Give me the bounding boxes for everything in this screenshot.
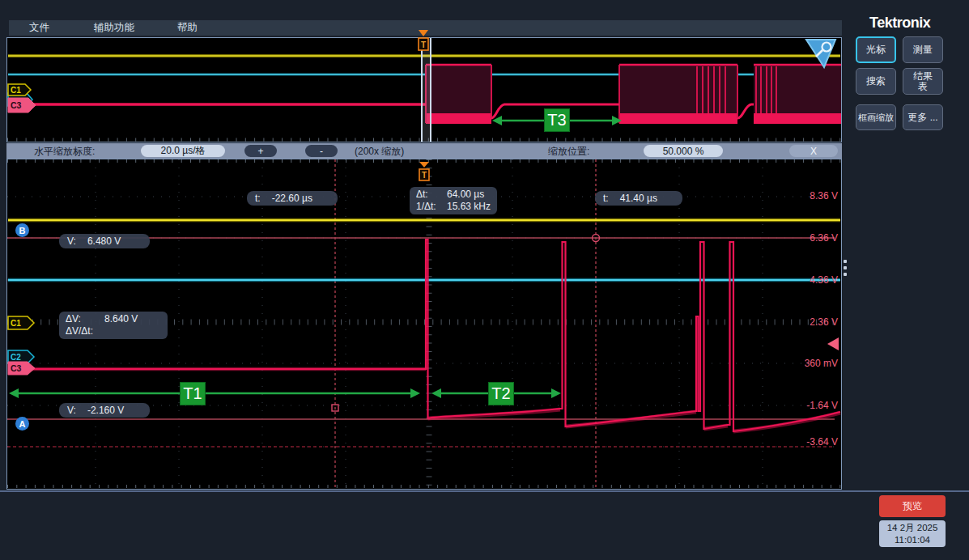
datetime-badge: 14 2月 2025 11:01:04 [879,520,946,547]
cursor-a-time-value: -22.60 µs [272,193,312,204]
zoom-close-button[interactable]: X [789,145,838,157]
dt-label: Δt: [416,189,447,201]
overview-ch1-marker[interactable]: C1 [8,84,31,95]
preview-button[interactable]: 预览 [879,495,946,517]
axis-label-3: 2.36 V [791,316,838,328]
cursor-button[interactable]: 光标 [856,36,896,63]
dt-value: 64.00 µs [447,189,484,200]
cursor-b-time-readout[interactable]: t: 41.40 µs [595,191,682,206]
axis-label-6: -3.64 V [791,436,838,448]
menu-utility[interactable]: 辅助功能 [94,21,134,35]
delta-time-readout: Δt:64.00 µs 1/Δt:15.63 kHz [410,187,497,214]
results-table-button[interactable]: 结果表 [903,68,943,95]
t1-arrow [9,388,420,398]
cursor-b-time-label: t: [603,193,609,204]
trigger-level-arrow[interactable] [827,337,839,350]
cursor-a-time-readout[interactable]: t: -22.60 µs [247,191,338,206]
overview-trigger-marker[interactable]: T [417,29,430,53]
panel-drag-handle[interactable] [844,260,847,276]
more-button[interactable]: 更多 ... [903,104,943,130]
cursor-a-volt-label: V: [67,405,76,416]
cursor-b-volt-readout[interactable]: V: 6.480 V [59,234,150,248]
cursor-a-volt-readout[interactable]: V: -2.160 V [59,403,150,418]
axis-label-4: 360 mV [791,358,838,369]
axis-label-1: 6.36 V [791,232,838,244]
svg-text:C2: C2 [11,353,21,362]
main-trigger-label: T [422,171,427,180]
axis-label-5: -1.64 V [791,400,838,411]
bottom-bar: Ch 1 5.00 V/格 1 MΩ 20 MHz Bw Ch 2 5.00 V… [0,492,969,560]
tektronix-logo: Tektronix [869,15,930,32]
t3-annotation-label: T3 [544,108,570,132]
zoom-in-button[interactable]: + [244,145,277,157]
zoom-scale-label: 水平缩放标度: [34,145,95,159]
measure-button[interactable]: 测量 [903,36,943,63]
date-value: 14 2月 2025 [879,522,946,534]
zoom-scale-value[interactable]: 20.0 µs/格 [141,145,225,157]
zoom-out-button[interactable]: - [305,145,338,157]
dv-value: 8.640 V [104,313,138,325]
invdt-label: 1/Δt: [416,201,447,213]
main-ch1-marker[interactable]: C1 [8,316,34,329]
main-trigger-marker[interactable]: T [419,162,429,180]
main-ch3-marker[interactable]: C3 [8,362,35,375]
axis-label-2: 4.36 V [791,274,838,286]
cursor-b-volt-label: V: [67,235,76,247]
zoom-factor-label: (200x 缩放) [355,145,404,159]
zoom-magnifier-icon[interactable] [803,36,839,70]
zoom-position-label: 缩放位置: [548,145,589,159]
svg-text:C1: C1 [11,319,21,328]
axis-label-0: 8.36 V [791,190,838,202]
dv-label: ΔV: [66,313,104,325]
menu-help[interactable]: 帮助 [177,21,198,35]
right-panel: Tektronix 光标 测量 搜索 结果表 框画缩放 更多 ... 测量 1 … [844,0,969,490]
zoom-toolbar: 水平缩放标度: 20.0 µs/格 + - (200x 缩放) 缩放位置: 50… [6,143,842,159]
cursor-b-volt-value: 6.480 V [87,235,121,247]
main-waveform-panel: T C1 C2 C3 t: -22.60 µs Δt:64.00 µs 1/Δt… [6,159,842,490]
cursor-a-time-label: t: [255,193,261,204]
search-button[interactable]: 搜索 [856,68,896,95]
t2-annotation-label: T2 [488,382,514,405]
cursor-b-time-value: 41.40 µs [620,193,657,204]
overview-trigger-label: T [421,40,426,49]
zoom-position-value[interactable]: 50.000 % [644,145,723,157]
dvdt-label: ΔV/Δt: [66,325,104,337]
menu-file[interactable]: 文件 [29,21,49,35]
delta-volt-readout: ΔV:8.640 V ΔV/Δt: [59,312,168,339]
invdt-value: 15.63 kHz [447,201,491,212]
t1-annotation-label: T1 [180,382,206,405]
oscilloscope-screen: 文件 辅助功能 帮助 [0,0,969,560]
overview-ch1-marker-label: C1 [11,86,21,95]
time-value: 11:01:04 [879,534,946,546]
cursor-b-marker[interactable]: B [15,223,29,237]
cursor-a-marker[interactable]: A [15,417,29,431]
box-zoom-button[interactable]: 框画缩放 [856,104,896,130]
zoom-window-indicator[interactable] [421,38,431,142]
cursor-a-volt-value: -2.160 V [87,405,124,416]
overview-ch3-marker-label: C3 [11,100,22,110]
svg-text:C3: C3 [11,363,22,373]
